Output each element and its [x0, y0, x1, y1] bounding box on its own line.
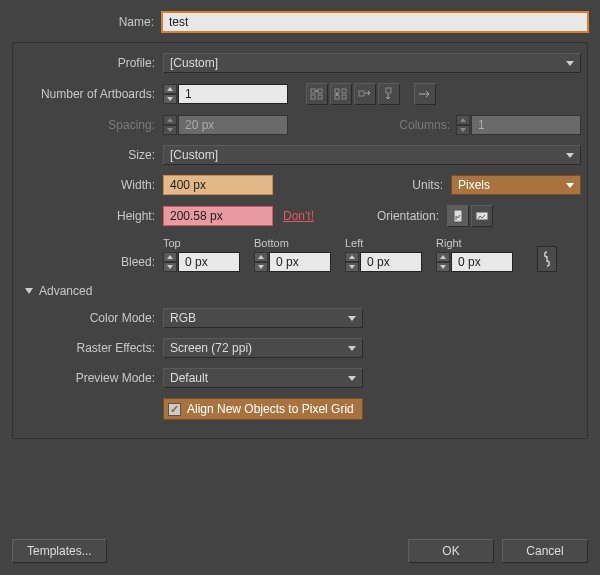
preview-value: Default [170, 371, 208, 385]
color-mode-dropdown[interactable]: RGB [163, 308, 363, 328]
bleed-left-stepper[interactable] [345, 252, 359, 272]
orientation-label: Orientation: [377, 209, 447, 223]
profile-dropdown[interactable]: [Custom] [163, 53, 581, 73]
align-pixel-grid-label: Align New Objects to Pixel Grid [187, 402, 354, 416]
svg-rect-8 [359, 91, 364, 96]
arrow-right-icon[interactable] [414, 83, 436, 105]
svg-rect-5 [342, 89, 346, 93]
grid-by-row-icon[interactable] [306, 83, 328, 105]
svg-rect-2 [311, 95, 315, 99]
orientation-portrait-icon[interactable] [447, 205, 469, 227]
advanced-label[interactable]: Advanced [39, 284, 92, 298]
raster-dropdown[interactable]: Screen (72 ppi) [163, 338, 363, 358]
spacing-input [178, 115, 288, 135]
color-mode-value: RGB [170, 311, 196, 325]
profile-value: [Custom] [170, 56, 218, 70]
color-mode-label: Color Mode: [13, 311, 163, 325]
size-label: Size: [13, 148, 163, 162]
width-input[interactable] [163, 175, 273, 195]
ok-button[interactable]: OK [408, 539, 494, 563]
bleed-bottom-stepper[interactable] [254, 252, 268, 272]
cancel-button[interactable]: Cancel [502, 539, 588, 563]
units-value: Pixels [458, 178, 490, 192]
align-pixel-grid-checkbox[interactable]: ✓ Align New Objects to Pixel Grid [163, 398, 363, 420]
raster-value: Screen (72 ppi) [170, 341, 252, 355]
orientation-landscape-icon[interactable] [471, 205, 493, 227]
height-input[interactable] [163, 206, 273, 226]
bleed-top-input[interactable] [178, 252, 240, 272]
svg-rect-7 [342, 95, 346, 99]
name-input[interactable] [162, 12, 588, 32]
svg-rect-3 [318, 95, 322, 99]
columns-label: Columns: [399, 118, 456, 132]
bleed-bottom-input[interactable] [269, 252, 331, 272]
width-label: Width: [13, 178, 163, 192]
bleed-right-label: Right [436, 237, 513, 249]
bleed-right-input[interactable] [451, 252, 513, 272]
arrange-down-icon[interactable] [378, 83, 400, 105]
grid-by-col-icon[interactable] [330, 83, 352, 105]
size-value: [Custom] [170, 148, 218, 162]
bleed-top-stepper[interactable] [163, 252, 177, 272]
preview-label: Preview Mode: [13, 371, 163, 385]
templates-button[interactable]: Templates... [12, 539, 107, 563]
bleed-left-input[interactable] [360, 252, 422, 272]
bleed-left-label: Left [345, 237, 422, 249]
bleed-right-stepper[interactable] [436, 252, 450, 272]
artboards-input[interactable] [178, 84, 288, 104]
svg-rect-10 [454, 210, 462, 222]
units-label: Units: [412, 178, 451, 192]
spacing-label: Spacing: [13, 118, 163, 132]
height-label: Height: [13, 209, 163, 223]
bleed-top-label: Top [163, 237, 240, 249]
profile-label: Profile: [13, 56, 163, 70]
arrange-right-icon[interactable] [354, 83, 376, 105]
preview-dropdown[interactable]: Default [163, 368, 363, 388]
columns-stepper [456, 115, 470, 135]
bleed-label: Bleed: [13, 255, 163, 272]
svg-rect-1 [318, 89, 322, 93]
spacing-stepper [163, 115, 177, 135]
svg-rect-0 [311, 89, 315, 93]
name-label: Name: [12, 15, 162, 29]
svg-rect-4 [335, 89, 339, 93]
columns-input [471, 115, 581, 135]
artboards-stepper[interactable] [163, 84, 177, 104]
check-icon: ✓ [168, 403, 181, 416]
units-dropdown[interactable]: Pixels [451, 175, 581, 195]
bleed-bottom-label: Bottom [254, 237, 331, 249]
svg-rect-9 [386, 88, 391, 93]
link-bleed-icon[interactable] [537, 246, 557, 272]
dont-warning: Don't! [283, 209, 314, 223]
size-dropdown[interactable]: [Custom] [163, 145, 581, 165]
artboards-label: Number of Artboards: [13, 87, 163, 101]
advanced-toggle-icon[interactable] [25, 288, 33, 294]
raster-label: Raster Effects: [13, 341, 163, 355]
